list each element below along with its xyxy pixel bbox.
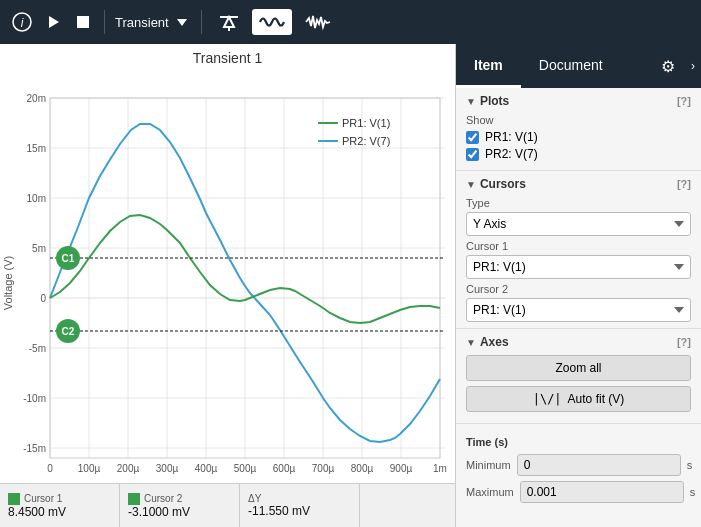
info-button[interactable]: i — [8, 8, 36, 36]
delta-value: -11.550 mV — [248, 504, 351, 518]
cursor1-dropdown[interactable]: PR1: V(1) — [466, 255, 691, 279]
minimum-row: Minimum s — [466, 454, 691, 476]
tab-document[interactable]: Document — [521, 44, 621, 88]
autofit-wave-icon: |\/| — [533, 392, 562, 406]
svg-text:1m: 1m — [433, 463, 447, 474]
filter-icon-btn[interactable] — [212, 9, 246, 35]
gear-icon[interactable]: ⚙ — [651, 57, 685, 76]
wave-icon-btn[interactable] — [252, 9, 292, 35]
svg-text:15m: 15m — [27, 143, 46, 154]
pr1-checkbox[interactable] — [466, 131, 479, 144]
svg-text:PR2: V(7): PR2: V(7) — [342, 135, 390, 147]
tab-item[interactable]: Item — [456, 44, 521, 88]
svg-text:-5m: -5m — [29, 343, 46, 354]
plots-collapse-icon[interactable]: ▼ — [466, 96, 476, 107]
svg-text:200µ: 200µ — [117, 463, 140, 474]
cursor1-value: 8.4500 mV — [8, 505, 111, 519]
svg-text:Voltage (V): Voltage (V) — [2, 256, 14, 310]
chart-area: Transient 1 Voltage (V) — [0, 44, 455, 527]
cursor1-cell: Cursor 1 8.4500 mV — [0, 484, 120, 527]
svg-text:400µ: 400µ — [195, 463, 218, 474]
chart-svg-wrap[interactable]: Voltage (V) — [0, 68, 455, 483]
pr2-checkbox-row: PR2: V(7) — [466, 147, 691, 161]
analysis-type: Transient — [115, 15, 191, 30]
analysis-dropdown-btn[interactable] — [173, 15, 191, 30]
svg-text:Time (s): Time (s) — [225, 476, 265, 478]
delta-cell: ΔY -11.550 mV — [240, 484, 360, 527]
svg-text:0: 0 — [47, 463, 53, 474]
cursor2-dropdown[interactable]: PR1: V(1) — [466, 298, 691, 322]
svg-text:300µ: 300µ — [156, 463, 179, 474]
time-section: Time (s) Minimum s Maximum s — [456, 424, 701, 516]
pr2-checkbox[interactable] — [466, 148, 479, 161]
panel-arrow-icon[interactable]: › — [685, 59, 701, 73]
svg-text:C2: C2 — [62, 326, 75, 337]
svg-text:500µ: 500µ — [234, 463, 257, 474]
svg-marker-4 — [177, 19, 187, 26]
cursor2-color-box — [128, 493, 140, 505]
svg-rect-3 — [77, 16, 89, 28]
svg-text:600µ: 600µ — [273, 463, 296, 474]
cursor2-cell: Cursor 2 -3.1000 mV — [120, 484, 240, 527]
cursors-collapse-icon[interactable]: ▼ — [466, 179, 476, 190]
cursor-type-dropdown[interactable]: Y Axis — [466, 212, 691, 236]
svg-marker-6 — [224, 17, 234, 27]
plots-section: ▼ Plots [?] Show PR1: V(1) PR2: V(7) — [456, 88, 701, 171]
axes-collapse-icon[interactable]: ▼ — [466, 337, 476, 348]
svg-text:-15m: -15m — [23, 443, 46, 454]
maximum-input[interactable] — [520, 481, 684, 503]
maximum-row: Maximum s — [466, 481, 691, 503]
svg-text:-10m: -10m — [23, 393, 46, 404]
separator-2 — [201, 10, 202, 34]
autofit-button[interactable]: |\/| Auto fit (V) — [466, 386, 691, 412]
cursors-section: ▼ Cursors [?] Type Y Axis Cursor 1 PR1: … — [456, 171, 701, 329]
axes-section: ▼ Axes [?] Zoom all |\/| Auto fit (V) — [456, 329, 701, 424]
main-area: Transient 1 Voltage (V) — [0, 44, 701, 527]
tab-row: Item Document ⚙ › — [456, 44, 701, 88]
svg-text:5m: 5m — [32, 243, 46, 254]
svg-text:PR1: V(1): PR1: V(1) — [342, 117, 390, 129]
svg-text:0: 0 — [40, 293, 46, 304]
svg-text:700µ: 700µ — [312, 463, 335, 474]
svg-text:20m: 20m — [27, 93, 46, 104]
svg-text:i: i — [21, 16, 24, 30]
right-panel: Item Document ⚙ › ▼ Plots [?] Show PR1: … — [455, 44, 701, 527]
separator-1 — [104, 10, 105, 34]
zoom-all-button[interactable]: Zoom all — [466, 355, 691, 381]
svg-text:100µ: 100µ — [78, 463, 101, 474]
cursor2-value: -3.1000 mV — [128, 505, 231, 519]
pr1-checkbox-row: PR1: V(1) — [466, 130, 691, 144]
svg-text:900µ: 900µ — [390, 463, 413, 474]
stop-button[interactable] — [72, 11, 94, 33]
noise-icon-btn[interactable] — [298, 9, 338, 35]
cursor1-color-box — [8, 493, 20, 505]
svg-text:10m: 10m — [27, 193, 46, 204]
minimum-input[interactable] — [517, 454, 681, 476]
status-bar: Cursor 1 8.4500 mV Cursor 2 -3.1000 mV Δ… — [0, 483, 455, 527]
svg-text:800µ: 800µ — [351, 463, 374, 474]
play-button[interactable] — [42, 10, 66, 34]
toolbar: i Transient — [0, 0, 701, 44]
svg-text:C1: C1 — [62, 253, 75, 264]
chart-title: Transient 1 — [0, 44, 455, 68]
svg-marker-2 — [49, 16, 59, 28]
